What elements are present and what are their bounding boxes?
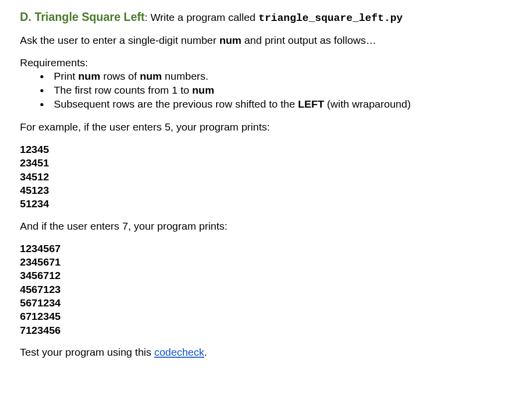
requirements-item-segment: LEFT bbox=[298, 98, 324, 110]
requirements-item-segment: Subsequent rows are the previous row shi… bbox=[54, 98, 298, 110]
example1-output: 1234523451345124512351234 bbox=[20, 142, 490, 210]
requirements-item-segment: numbers. bbox=[162, 70, 208, 82]
section-heading: D. Triangle Square Left: Write a program… bbox=[20, 10, 490, 25]
example1-intro: For example, if the user enters 5, your … bbox=[20, 121, 490, 134]
example2-intro: And if the user enters 7, your program p… bbox=[20, 220, 490, 233]
heading-instruction-prefix: Write a program called bbox=[150, 11, 258, 23]
intro-prefix: Ask the user to enter a single-digit num… bbox=[20, 34, 219, 46]
footer-paragraph: Test your program using this codecheck. bbox=[20, 346, 490, 359]
codecheck-link[interactable]: codecheck bbox=[154, 346, 204, 358]
heading-title: D. Triangle Square Left bbox=[20, 10, 145, 23]
output-line: 2345671 bbox=[20, 255, 490, 269]
requirements-item: Subsequent rows are the previous row shi… bbox=[50, 97, 490, 111]
output-line: 45123 bbox=[20, 183, 490, 197]
output-line: 7123456 bbox=[20, 323, 490, 337]
output-line: 5671234 bbox=[20, 296, 490, 309]
footer-prefix: Test your program using this bbox=[20, 346, 154, 358]
heading-colon: : bbox=[145, 11, 151, 23]
requirements-item-segment: num bbox=[140, 70, 162, 82]
example2-output: 1234567234567134567124567123567123467123… bbox=[20, 242, 490, 337]
output-line: 12345 bbox=[20, 142, 490, 156]
output-line: 34512 bbox=[20, 170, 490, 183]
requirements-list: Print num rows of num numbers.The first … bbox=[20, 69, 490, 112]
output-line: 23451 bbox=[20, 156, 490, 169]
requirements-item-segment: (with wraparound) bbox=[324, 98, 411, 110]
output-line: 51234 bbox=[20, 197, 490, 210]
requirements-item-segment: Print bbox=[54, 70, 78, 82]
requirements-item-segment: rows of bbox=[100, 70, 139, 82]
footer-suffix: . bbox=[204, 346, 207, 358]
requirements-item: The first row counts from 1 to num bbox=[50, 83, 490, 97]
intro-paragraph: Ask the user to enter a single-digit num… bbox=[20, 34, 490, 47]
intro-suffix: and print output as follows… bbox=[242, 34, 377, 46]
requirements-item: Print num rows of num numbers. bbox=[50, 69, 490, 83]
heading-filename: triangle_square_left.py bbox=[258, 12, 403, 24]
intro-var: num bbox=[219, 34, 241, 46]
requirements-item-segment: num bbox=[78, 70, 100, 82]
requirements-item-segment: The first row counts from 1 to bbox=[54, 84, 192, 96]
output-line: 3456712 bbox=[20, 269, 490, 282]
requirements-item-segment: num bbox=[192, 84, 214, 96]
output-line: 6712345 bbox=[20, 309, 490, 323]
output-line: 4567123 bbox=[20, 282, 490, 296]
requirements-header: Requirements: bbox=[20, 56, 490, 69]
output-line: 1234567 bbox=[20, 242, 490, 255]
